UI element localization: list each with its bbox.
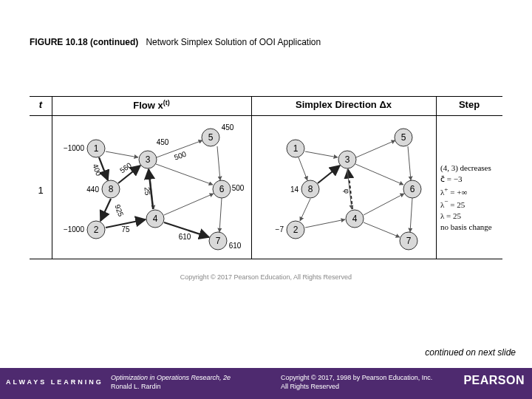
step-text: (4, 3) decreases c̄ = −3 λ+ = +∞ λ− = 25…	[440, 163, 501, 232]
col-header-direction: Simplex Direction Δx	[251, 99, 436, 110]
figure-number: FIGURE 10.18 (continued)	[30, 37, 138, 47]
svg-text:−1000: −1000	[64, 225, 85, 233]
svg-text:75: 75	[121, 225, 130, 233]
svg-text:500: 500	[232, 184, 245, 192]
svg-text:6: 6	[410, 184, 415, 194]
book-info: Optimization in Operations Research, 2e …	[111, 374, 231, 391]
svg-text:2: 2	[293, 225, 299, 235]
flow-graph: 1 2 3 4 5 6 7 8 −1000 −1000 450 500 610 …	[52, 115, 251, 259]
svg-text:4: 4	[153, 214, 158, 224]
direction-graph: 1 2 3 4 5 6 7 8 14 −7 φ	[251, 115, 436, 259]
figure-title: Network Simplex Solution of OOI Applicat…	[146, 37, 321, 47]
svg-text:440: 440	[86, 185, 99, 194]
figure-table: t Flow x(t) Simplex Direction Δx Step 1	[30, 96, 502, 288]
svg-text:2: 2	[94, 225, 99, 235]
inner-copyright: Copyright © 2017 Pearson Education, All …	[0, 273, 532, 281]
footer-copyright: Copyright © 2017, 1998 by Pearson Educat…	[281, 374, 432, 391]
svg-text:4: 4	[352, 214, 358, 224]
svg-text:610: 610	[229, 242, 242, 250]
col-header-t: t	[30, 99, 52, 110]
svg-text:3: 3	[345, 154, 350, 165]
svg-text:500: 500	[173, 150, 188, 162]
step-line: λ− = 25	[440, 197, 501, 211]
footer-bar: ALWAYS LEARNING Optimization in Operatio…	[0, 368, 532, 399]
svg-text:450: 450	[157, 138, 169, 146]
step-line: no basis change	[440, 222, 501, 233]
svg-text:8: 8	[308, 184, 313, 194]
step-line: c̄ = −3	[440, 174, 501, 185]
step-line: λ+ = +∞	[440, 185, 501, 198]
svg-text:450: 450	[222, 123, 234, 132]
svg-text:8: 8	[109, 184, 114, 194]
col-header-step: Step	[436, 99, 502, 110]
pearson-logo: PEARSON	[463, 374, 525, 387]
table-rule	[30, 96, 502, 97]
step-line: λ = 25	[440, 211, 501, 222]
always-learning: ALWAYS LEARNING	[6, 378, 103, 386]
svg-text:7: 7	[406, 236, 412, 246]
step-line: (4, 3) decreases	[440, 163, 501, 174]
svg-text:1: 1	[94, 143, 99, 154]
svg-text:14: 14	[290, 185, 299, 194]
table-rule	[436, 96, 437, 259]
svg-text:6: 6	[219, 184, 225, 194]
svg-text:5: 5	[401, 132, 406, 143]
t-value: 1	[30, 185, 52, 196]
continued-note: continued on next slide	[425, 347, 516, 358]
svg-text:25: 25	[143, 187, 152, 196]
col-header-flow: Flow x(t)	[52, 99, 251, 111]
svg-text:−1000: −1000	[64, 144, 85, 152]
svg-text:5: 5	[208, 132, 214, 143]
table-rule	[30, 259, 502, 259]
svg-text:1: 1	[293, 143, 299, 154]
svg-text:7: 7	[216, 236, 221, 246]
svg-text:610: 610	[179, 233, 191, 241]
svg-text:925: 925	[113, 203, 125, 218]
svg-text:3: 3	[146, 154, 151, 165]
svg-text:−7: −7	[276, 225, 284, 233]
figure-caption: FIGURE 10.18 (continued) Network Simplex…	[30, 37, 321, 47]
